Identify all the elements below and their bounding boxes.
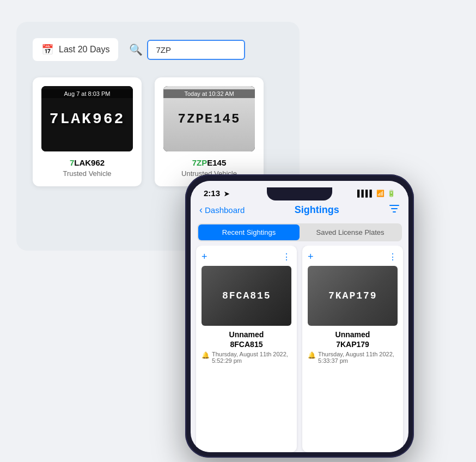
plate-status-1: Trusted Vehicle bbox=[41, 169, 133, 178]
cards-grid: + ⋮ 8FCA815 Unnamed 8FCA815 🔔 Thursday, … bbox=[191, 246, 408, 452]
back-chevron-icon: ‹ bbox=[199, 204, 203, 216]
tab-saved-label: Saved License Plates bbox=[316, 228, 384, 236]
plate-card-1[interactable]: Aug 7 at 8:03 PM 7LAK962 7LAK962 Trusted… bbox=[33, 77, 142, 186]
card-plate-1: 8FCA815 bbox=[202, 340, 291, 349]
status-time: 2:13 ➤ bbox=[204, 189, 229, 198]
filter-button[interactable] bbox=[389, 203, 400, 217]
plate-image-2-wrapper: Today at 10:32 AM 7ZPE145 bbox=[163, 86, 255, 151]
phone-notch bbox=[267, 187, 332, 200]
calendar-icon: 📅 bbox=[41, 44, 53, 56]
plate-timestamp-1: Aug 7 at 8:03 PM bbox=[41, 89, 133, 98]
card-date-2: 🔔 Thursday, August 11th 2022, 5:33:37 pm bbox=[308, 351, 398, 364]
wifi-icon: 📶 bbox=[376, 190, 385, 197]
date-filter-label: Last 20 Days bbox=[59, 45, 109, 54]
search-input[interactable] bbox=[147, 40, 245, 60]
plate-highlight-1: 7 bbox=[70, 158, 74, 167]
phone-mockup: 2:13 ➤ ▌▌▌▌ 📶 🔋 ‹ Dashboard Sightings bbox=[185, 174, 414, 458]
location-icon: ➤ bbox=[224, 190, 229, 198]
bell-icon-2: 🔔 bbox=[308, 351, 316, 359]
more-options-1[interactable]: ⋮ bbox=[282, 252, 291, 262]
plate-number-2: 7ZPE145 bbox=[163, 158, 255, 167]
add-button-1[interactable]: + bbox=[202, 251, 208, 263]
phone-screen: 2:13 ➤ ▌▌▌▌ 📶 🔋 ‹ Dashboard Sightings bbox=[191, 181, 408, 452]
battery-icon: 🔋 bbox=[387, 190, 395, 197]
plate-number-1: 7LAK962 bbox=[41, 158, 133, 167]
more-options-2[interactable]: ⋮ bbox=[388, 252, 398, 262]
tab-recent-sightings[interactable]: Recent Sightings bbox=[198, 224, 300, 240]
card-name-1: Unnamed bbox=[202, 330, 291, 339]
nav-bar: ‹ Dashboard Sightings bbox=[191, 200, 408, 221]
plate-highlight-2: 7ZP bbox=[192, 158, 208, 167]
back-button[interactable]: ‹ Dashboard bbox=[199, 204, 245, 216]
plate-timestamp-2: Today at 10:32 AM bbox=[163, 89, 255, 98]
card-date-1: 🔔 Thursday, August 11th 2022, 5:52:29 pm bbox=[202, 351, 291, 364]
status-icons: ▌▌▌▌ 📶 🔋 bbox=[357, 190, 395, 197]
date-filter[interactable]: 📅 Last 20 Days bbox=[33, 38, 118, 61]
plates-grid: Aug 7 at 8:03 PM 7LAK962 7LAK962 Trusted… bbox=[33, 77, 283, 186]
bell-icon-1: 🔔 bbox=[202, 351, 210, 359]
desktop-toolbar: 📅 Last 20 Days 🔍 bbox=[33, 38, 283, 61]
card-plate-2: 7KAP179 bbox=[308, 340, 398, 349]
plate-text-2: 7ZPE145 bbox=[178, 112, 241, 126]
mobile-card-2[interactable]: + ⋮ 7KAP179 Unnamed 7KAP179 🔔 Thursday, … bbox=[302, 246, 403, 452]
plate-text-1: 7LAK962 bbox=[50, 111, 125, 127]
search-icon: 🔍 bbox=[129, 43, 143, 56]
plate-rest-2: E145 bbox=[207, 158, 226, 167]
search-box: 🔍 bbox=[129, 40, 283, 60]
signal-bars-icon: ▌▌▌▌ bbox=[357, 190, 374, 197]
mobile-plate-img-1: 8FCA815 bbox=[202, 266, 291, 326]
back-label: Dashboard bbox=[205, 205, 245, 215]
nav-title: Sightings bbox=[245, 204, 389, 216]
mobile-card-1[interactable]: + ⋮ 8FCA815 Unnamed 8FCA815 🔔 Thursday, … bbox=[196, 246, 297, 452]
add-button-2[interactable]: + bbox=[308, 251, 314, 263]
mobile-plate-img-2: 7KAP179 bbox=[308, 266, 398, 326]
plate-image-1-wrapper: Aug 7 at 8:03 PM 7LAK962 bbox=[41, 86, 133, 151]
card-actions-2: + ⋮ bbox=[308, 251, 398, 263]
time-text: 2:13 bbox=[204, 189, 220, 198]
tab-bar: Recent Sightings Saved License Plates bbox=[197, 223, 402, 241]
card-date-text-2: Thursday, August 11th 2022, 5:33:37 pm bbox=[318, 351, 398, 364]
tab-recent-label: Recent Sightings bbox=[222, 228, 276, 236]
plate-image-text-2: 7KAP179 bbox=[328, 290, 377, 301]
card-name-2: Unnamed bbox=[308, 330, 398, 339]
plate-image-text-1: 8FCA815 bbox=[222, 290, 271, 301]
card-date-text-1: Thursday, August 11th 2022, 5:52:29 pm bbox=[212, 351, 291, 364]
plate-rest-1: LAK962 bbox=[74, 158, 105, 167]
tab-saved-plates[interactable]: Saved License Plates bbox=[300, 224, 401, 240]
funnel-icon bbox=[389, 203, 400, 214]
plate-card-2[interactable]: Today at 10:32 AM 7ZPE145 7ZPE145 Untrus… bbox=[155, 77, 264, 186]
card-actions-1: + ⋮ bbox=[202, 251, 291, 263]
